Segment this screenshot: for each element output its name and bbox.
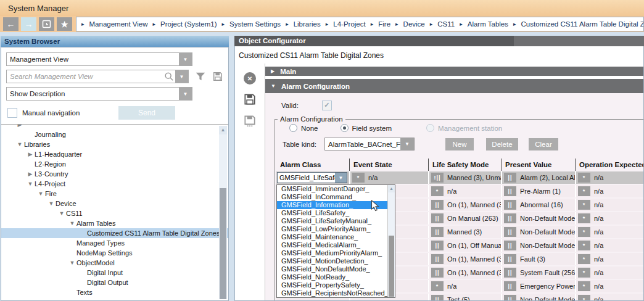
tree-scrollbar[interactable]: ▲ <box>219 126 227 299</box>
breadcrumb-item[interactable]: Management View <box>89 20 148 28</box>
breadcrumb-item[interactable]: Device <box>403 20 425 28</box>
cell-life-safety-mode[interactable]: !||Manned (3), Unma <box>428 171 501 184</box>
cell-present-value[interactable]: ||Non-Default Mode <box>501 239 575 252</box>
cell-operation-expected[interactable]: *n/a <box>575 294 643 300</box>
cell-present-value[interactable]: ||System Fault (256) <box>501 266 575 279</box>
section-alarm-configuration[interactable]: ▼ Alarm Configuration <box>265 79 643 93</box>
dropdown-scrollbar[interactable]: ▲ <box>387 185 395 297</box>
tree-item[interactable]: Journaling <box>1 130 228 139</box>
cell-operation-expected[interactable]: *n/a <box>575 199 643 211</box>
radio-none[interactable] <box>289 124 297 132</box>
dropdown-item[interactable]: GMSField_MedicalAlarm_ <box>277 241 395 249</box>
manual-navigation-checkbox[interactable] <box>7 108 17 118</box>
save-search-button[interactable] <box>212 71 223 82</box>
cell-life-safety-mode[interactable]: ||On (1), Manned (3) <box>428 266 501 279</box>
cell-operation-expected[interactable]: *n/a <box>575 212 643 225</box>
scroll-up-icon[interactable]: ▲ <box>219 126 227 134</box>
tree-item[interactable]: ▶L1-Headquarter <box>1 149 228 159</box>
cell-life-safety-mode[interactable]: ||Test (5) <box>428 294 501 300</box>
dropdown-item[interactable]: GMSField_MotionDetection_ <box>277 257 395 265</box>
tree-item[interactable]: Digital Input <box>1 268 228 278</box>
dropdown-item[interactable]: GMSField_PropertySafety_ <box>277 281 395 289</box>
tree-item[interactable]: ▶L3-Country <box>1 169 228 179</box>
cell-alarm-class[interactable]: GMSField_LifeSafe▼ <box>276 171 349 184</box>
expander-icon[interactable]: ▼ <box>47 200 56 207</box>
expander-icon[interactable]: ▼ <box>36 191 45 197</box>
new-button[interactable]: New <box>445 138 474 150</box>
breadcrumb-item[interactable]: Alarm Tables <box>468 20 508 28</box>
chevron-down-icon[interactable]: ▼ <box>335 173 347 183</box>
breadcrumb-item[interactable]: Libraries <box>294 20 321 28</box>
delete-button[interactable]: Delete <box>486 138 518 150</box>
expander-icon[interactable]: ▶ <box>15 124 24 128</box>
expander-icon[interactable]: ▶ <box>26 171 35 177</box>
cell-present-value[interactable]: ||Non-Default Mode <box>501 212 575 225</box>
tree-item[interactable]: Customized CS11 Alarm Table Digital Zone… <box>1 228 228 238</box>
cell-life-safety-mode[interactable]: ||Manned (3) <box>428 226 501 238</box>
search-input[interactable] <box>7 72 164 81</box>
cell-present-value[interactable]: ||Emergency Power <box>501 280 575 292</box>
tree-item[interactable]: ▼L4-Project <box>1 179 228 189</box>
description-selector[interactable]: Show Description ▼ <box>6 87 192 101</box>
tab-object-configurator[interactable]: Object Configurator <box>234 36 514 46</box>
tree-item[interactable]: ▼Fire <box>1 189 228 199</box>
radio-field-system[interactable] <box>341 124 349 132</box>
tree-item[interactable]: ▼CS11 <box>1 208 228 218</box>
back-button[interactable]: ← <box>3 17 19 31</box>
cell-life-safety-mode[interactable]: ||On (1), Manned (3) <box>428 199 501 211</box>
scrollbar-thumb[interactable] <box>220 188 226 299</box>
cell-operation-expected[interactable]: *n/a <box>575 171 643 184</box>
cell-present-value[interactable]: ||Non-Default Mode <box>501 294 575 300</box>
cell-operation-expected[interactable]: *n/a <box>575 280 643 292</box>
alarm-class-editor[interactable]: GMSField_LifeSafe▼ <box>277 172 347 183</box>
favorites-button[interactable]: ★ <box>57 17 72 31</box>
cell-operation-expected[interactable]: *n/a <box>575 226 643 238</box>
expander-icon[interactable]: ▼ <box>68 260 76 266</box>
section-main[interactable]: ▶ Main <box>265 67 643 76</box>
breadcrumb-item[interactable]: Customized CS11 Alarm Table Digital Zone… <box>521 20 644 28</box>
table-kind-selector[interactable]: AlarmTable_BACnet_FS20 ▼ <box>324 138 415 150</box>
expander-icon[interactable]: ▶ <box>26 151 35 157</box>
scrollbar-thumb[interactable] <box>389 236 394 297</box>
save-as-button[interactable] <box>243 114 257 128</box>
forward-button[interactable]: → <box>21 17 36 31</box>
chevron-down-icon[interactable]: ▼ <box>400 138 414 150</box>
expander-icon[interactable]: ▼ <box>57 210 66 216</box>
scroll-up-icon[interactable]: ▲ <box>388 185 395 192</box>
tree-item[interactable]: ▼Alarm Tables <box>1 218 228 228</box>
radio-management-station[interactable] <box>426 124 434 132</box>
dropdown-item[interactable]: GMSField_NonDefaultMode_ <box>277 265 395 273</box>
expander-icon[interactable]: ▼ <box>68 220 76 226</box>
breadcrumb-item[interactable]: CS11 <box>437 20 455 28</box>
chevron-down-icon[interactable]: ▼ <box>175 70 188 83</box>
breadcrumb-item[interactable]: L4-Project <box>333 20 365 28</box>
dropdown-item[interactable]: GMSField_RecipientsNotReached_ <box>277 289 395 297</box>
chevron-down-icon[interactable]: ▼ <box>179 88 192 100</box>
tree-item[interactable]: ▼ObjectModel <box>1 258 228 268</box>
tree-item[interactable]: ▼Device <box>1 199 228 208</box>
cell-life-safety-mode[interactable]: ||On (1), Manned (3) <box>428 253 501 265</box>
clear-button[interactable]: Clear <box>529 138 558 150</box>
dropdown-item[interactable]: GMSField_ImminentDanger_ <box>277 185 395 193</box>
send-button[interactable]: Send <box>118 106 175 120</box>
breadcrumb-item[interactable]: Project (System1) <box>160 20 217 28</box>
dropdown-item[interactable]: GMSField_LifeSafetyManual_ <box>277 217 395 225</box>
cell-operation-expected[interactable]: *n/a <box>575 239 643 252</box>
cell-operation-expected[interactable]: *n/a <box>575 266 643 279</box>
cell-present-value[interactable]: ||Alarm (2), Local Ala <box>501 171 575 184</box>
expander-icon[interactable]: ▼ <box>26 181 35 187</box>
cell-present-value[interactable]: ||Non-Default Mode <box>501 226 575 238</box>
expander-icon[interactable]: ▼ <box>15 141 24 147</box>
discard-button[interactable]: ✕ <box>244 72 256 85</box>
tree-item[interactable]: ▼Libraries <box>1 139 228 149</box>
breadcrumb-item[interactable]: System Settings <box>229 20 281 28</box>
dropdown-item[interactable]: GMSField_LowPriorityAlarm_ <box>277 225 395 233</box>
save-button[interactable] <box>243 93 257 106</box>
tree-item[interactable]: L2-Region <box>1 159 228 169</box>
dropdown-item[interactable]: GMSField_Maintenance_ <box>277 233 395 241</box>
cell-life-safety-mode[interactable]: *n/a <box>428 185 501 197</box>
valid-checkbox[interactable]: ✓ <box>322 101 332 110</box>
breadcrumb-item[interactable]: Fire <box>378 20 390 28</box>
cell-present-value[interactable]: ||Abnormal (16) <box>501 199 575 211</box>
cell-event-state[interactable]: *n/a <box>349 171 428 184</box>
